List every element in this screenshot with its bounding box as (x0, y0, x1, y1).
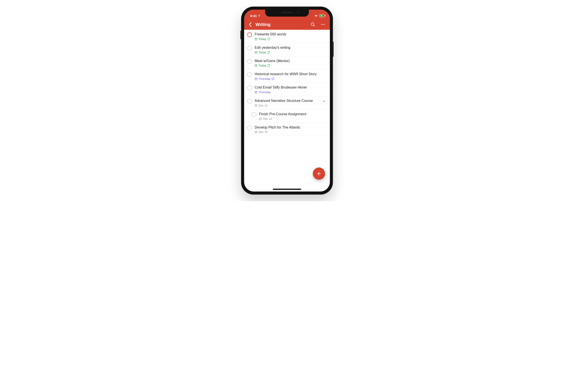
home-indicator (273, 189, 301, 190)
svg-rect-28 (255, 104, 257, 106)
task-body: Meet w/Gene (Mentor)Today (255, 59, 327, 67)
battery-icon (319, 14, 326, 17)
task-checkbox[interactable] (247, 32, 252, 37)
svg-rect-8 (255, 38, 257, 40)
task-row[interactable]: Historical research for WWII Short Story… (244, 70, 330, 83)
screen: 9:41 Writing (244, 10, 330, 192)
task-row[interactable]: Freewrite 500 wordsToday (244, 30, 330, 43)
task-body: Cold Email Taffy Brodesser-AknerThursday (255, 85, 327, 94)
plus-icon (316, 171, 322, 176)
task-meta: Dec 12 (255, 104, 322, 107)
task-date: Dec 10 (263, 117, 272, 120)
task-meta: Thursday (255, 91, 327, 94)
svg-rect-2 (325, 15, 326, 16)
svg-rect-12 (255, 51, 257, 53)
task-body: Advanced Narrative Structure CourseDec 1… (255, 98, 322, 107)
calendar-icon (255, 64, 257, 67)
task-checkbox[interactable] (252, 112, 256, 117)
task-checkbox[interactable] (247, 85, 252, 90)
svg-point-5 (321, 24, 322, 25)
task-checkbox[interactable] (247, 46, 252, 51)
repeat-icon (267, 38, 270, 40)
task-checkbox[interactable] (247, 59, 252, 64)
search-icon (310, 22, 315, 27)
task-checkbox[interactable] (247, 99, 252, 104)
more-horizontal-icon (321, 22, 325, 27)
task-date: Today (259, 51, 266, 54)
task-date: Thursday (259, 77, 270, 80)
task-row[interactable]: Edit yesterday's writingToday (244, 43, 330, 57)
repeat-icon (271, 78, 274, 80)
page-title: Writing (255, 22, 310, 27)
svg-rect-32 (259, 118, 262, 120)
task-meta: Dec 16 (255, 130, 327, 134)
task-list: Freewrite 500 wordsTodayEdit yesterday's… (244, 30, 330, 136)
svg-point-7 (324, 24, 325, 25)
search-button[interactable] (310, 22, 315, 27)
svg-rect-20 (255, 78, 257, 80)
chevron-down-icon (322, 99, 326, 103)
calendar-icon (259, 118, 262, 120)
task-body: Historical research for WWII Short Story… (255, 72, 327, 80)
phone-frame: 9:41 Writing (241, 7, 333, 195)
back-button[interactable] (247, 21, 253, 28)
calendar-icon (255, 131, 257, 133)
task-checkbox[interactable] (247, 125, 252, 130)
add-task-button[interactable] (313, 167, 325, 180)
task-title: Develop Pitch for The Atlantic (255, 125, 327, 130)
expand-toggle[interactable] (322, 98, 327, 104)
task-date: Dec 12 (259, 104, 267, 107)
svg-rect-16 (255, 65, 257, 67)
task-row[interactable]: Finish Pre-Course AssignmentDec 10 (244, 110, 330, 123)
chevron-left-icon (249, 22, 252, 27)
task-title: Advanced Narrative Structure Course (255, 98, 322, 103)
task-row[interactable]: Develop Pitch for The AtlanticDec 16 (244, 123, 330, 136)
repeat-icon (267, 51, 270, 54)
task-body: Edit yesterday's writingToday (255, 45, 327, 54)
task-title: Freewrite 500 words (255, 32, 327, 37)
task-title: Edit yesterday's writing (255, 45, 327, 50)
repeat-icon (267, 64, 270, 67)
task-meta: Today (255, 37, 327, 41)
task-meta: Today (255, 64, 327, 67)
task-row[interactable]: Cold Email Taffy Brodesser-AknerThursday (244, 83, 330, 96)
nav-bar: Writing (244, 19, 330, 30)
wifi-icon (314, 14, 318, 18)
calendar-icon (255, 104, 257, 107)
task-title: Cold Email Taffy Brodesser-Akner (255, 85, 327, 90)
status-time: 9:41 (250, 14, 257, 18)
task-row[interactable]: Advanced Narrative Structure CourseDec 1… (244, 96, 330, 110)
task-body: Develop Pitch for The AtlanticDec 16 (255, 125, 327, 134)
task-date: Today (259, 64, 266, 67)
task-title: Meet w/Gene (Mentor) (255, 59, 327, 63)
task-meta: Dec 10 (259, 117, 327, 120)
task-title: Historical research for WWII Short Story (255, 72, 327, 77)
task-date: Dec 16 (259, 130, 267, 134)
calendar-icon (255, 91, 257, 94)
svg-line-4 (313, 25, 315, 26)
more-button[interactable] (320, 22, 326, 27)
calendar-icon (255, 38, 257, 40)
calendar-icon (255, 51, 257, 54)
task-date: Today (259, 37, 266, 41)
task-checkbox[interactable] (247, 72, 252, 77)
calendar-icon (255, 78, 257, 80)
task-date: Thursday (259, 91, 270, 94)
task-meta: Today (255, 51, 327, 54)
task-meta: Thursday (255, 77, 327, 80)
svg-rect-24 (255, 91, 257, 93)
task-title: Finish Pre-Course Assignment (259, 112, 327, 117)
task-body: Finish Pre-Course AssignmentDec 10 (259, 112, 327, 120)
location-icon (258, 14, 260, 17)
svg-point-6 (322, 24, 323, 25)
svg-rect-36 (255, 131, 257, 133)
task-row[interactable]: Meet w/Gene (Mentor)Today (244, 57, 330, 70)
task-body: Freewrite 500 wordsToday (255, 32, 327, 41)
notch (265, 10, 309, 17)
